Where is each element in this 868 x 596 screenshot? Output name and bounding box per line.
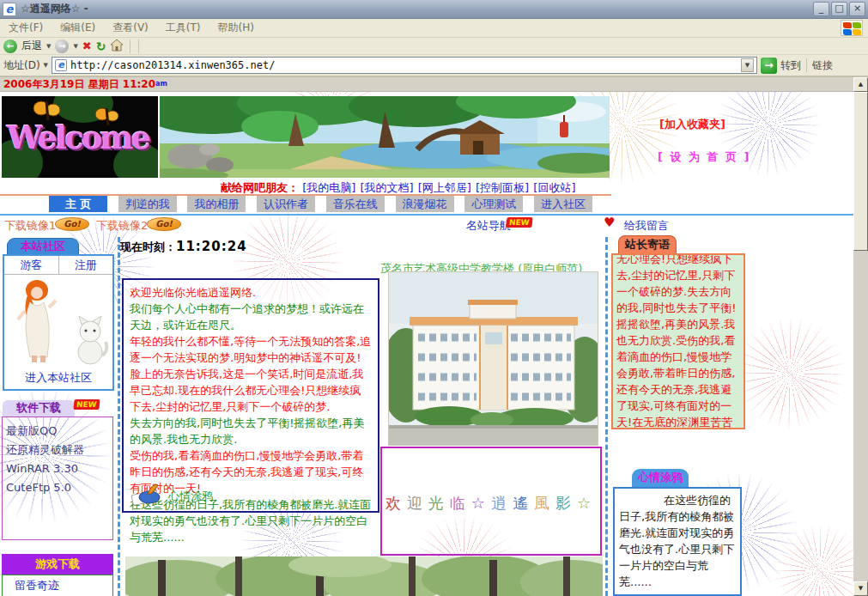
back-button-label[interactable]: 后退: [21, 39, 42, 53]
link-control-panel[interactable]: [控制面板]: [476, 181, 529, 194]
community-panel: 游客 注册 进入本站社区: [3, 254, 114, 391]
back-icon[interactable]: ←: [3, 40, 17, 53]
software-download-panel: 最新版QQ 还原精灵破解器 WinRAR 3.30 CuteFtp 5.0: [2, 417, 113, 540]
go-button-mirror1[interactable]: Go!: [55, 217, 89, 231]
main-text-line: 欢迎光临你光临逍遥网络.: [130, 284, 372, 301]
mood-text: 在这些彷徨的日子,我所有的棱角都被磨光.就连面对现实的勇气也没有了.心里只剩下一…: [619, 492, 736, 590]
refresh-icon[interactable]: ↻: [96, 40, 106, 53]
mood-graffiti-link[interactable]: 心情涂鸦: [168, 489, 213, 506]
mood-graffiti-panel: 在这些彷徨的日子,我所有的棱角都被磨光.就连面对现实的勇气也没有了.心里只剩下一…: [613, 487, 742, 596]
new-badge: NEW: [73, 399, 100, 410]
links-label[interactable]: 链接: [812, 58, 833, 73]
tab-home[interactable]: 主 页: [49, 196, 107, 212]
maximize-button[interactable]: □: [831, 2, 847, 16]
game-download-panel: 留香奇迹: [2, 575, 113, 596]
cat-image: [73, 316, 109, 366]
webmaster-message-text: 无心理会!只想继续疯下去,尘封的记忆里,只剩下一个破碎的梦.失去方向的我,同时也…: [616, 253, 740, 429]
window-title: ☆逍遥网络☆ -: [21, 2, 811, 16]
software-link-restore-genius[interactable]: 还原精灵破解器: [6, 441, 109, 459]
webmaster-panel-tab: 站长寄语: [618, 235, 677, 253]
butterfly-icon: [94, 106, 120, 127]
browser-viewport: 2006年3月19日 星期日 11:20am Welcome: [0, 77, 868, 596]
ampm-label: am: [155, 80, 167, 88]
tab-my-album[interactable]: 我的相册: [187, 196, 246, 212]
stop-icon[interactable]: ✖: [82, 40, 92, 52]
software-link-qq[interactable]: 最新版QQ: [6, 422, 109, 441]
tab-about-author[interactable]: 认识作者: [257, 196, 315, 212]
scroll-up-button[interactable]: ▲: [853, 77, 868, 92]
heart-icon: ♥: [604, 215, 615, 230]
welcome-banner: Welcome: [2, 96, 158, 178]
menu-tools[interactable]: 工具(T): [166, 21, 201, 35]
landscape-banner-image: [160, 96, 610, 178]
firework-decoration: [734, 318, 846, 429]
set-homepage-link[interactable]: [ 设 为 首 页 ]: [658, 149, 751, 165]
software-link-winrar[interactable]: WinRAR 3.30: [6, 459, 109, 478]
tab-music-online[interactable]: 音乐在线: [326, 196, 385, 212]
go-button-mirror2[interactable]: Go!: [147, 217, 181, 231]
link-recycle-bin[interactable]: [回收站]: [533, 181, 575, 194]
menu-edit[interactable]: 编辑(E): [60, 21, 95, 35]
main-text-line: 我们每个人心中都有一个追求的梦想！或许远在天边，或许近在咫尺。: [130, 301, 372, 333]
scrollbar-thumb[interactable]: [853, 92, 868, 251]
dashed-separator: [118, 237, 120, 596]
forward-icon[interactable]: →: [55, 40, 69, 53]
close-button[interactable]: ×: [849, 2, 865, 16]
url-dropdown-button[interactable]: ▼: [741, 58, 754, 72]
forward-dropdown-caret[interactable]: ▼: [73, 43, 77, 50]
register-link[interactable]: 注册: [59, 256, 113, 274]
anime-girl-image: [13, 278, 61, 364]
welcome-text: Welcome: [7, 119, 149, 156]
famous-sites-link[interactable]: 名站导航: [466, 218, 511, 234]
game-download-header: 游戏下载: [2, 554, 113, 575]
title-bar: e ☆逍遥网络☆ - _ □ ×: [0, 0, 868, 19]
download-mirror2-link[interactable]: 下载镜像2: [96, 218, 148, 234]
butterfly-icon: [33, 100, 62, 122]
link-my-documents[interactable]: [我的文档]: [360, 181, 413, 194]
dashed-separator: [605, 237, 608, 596]
date-bar: 2006年3月19日 星期日 11:20am: [0, 77, 853, 92]
menu-file[interactable]: 文件(F): [9, 21, 43, 35]
url-field[interactable]: e http://cason201314.xinwen365.net/ ▼: [52, 57, 757, 74]
go-label[interactable]: 转到: [780, 58, 801, 73]
community-panel-tab: 本站社区: [7, 238, 79, 254]
scroll-down-button[interactable]: ▼: [853, 581, 868, 596]
colorful-welcome-text: 欢迎光临☆逍遙風影☆: [382, 493, 600, 514]
mood-panel-tab: 心情涂鸦: [632, 469, 689, 487]
address-label: 地址(D): [3, 58, 40, 73]
guest-link[interactable]: 游客: [4, 256, 59, 274]
dedication-prefix: 献给网吧朋友：: [221, 181, 299, 194]
software-link-cuteftp[interactable]: CuteFtp 5.0: [6, 478, 109, 497]
software-panel-tab: 软件下载: [3, 400, 75, 417]
divider-line: [0, 214, 853, 216]
minimize-button[interactable]: _: [813, 2, 829, 16]
new-badge: NEW: [506, 217, 532, 228]
download-mirror1-link[interactable]: 下载镜像1: [4, 218, 56, 234]
address-bar: 地址(D) ▼ e http://cason201314.xinwen365.n…: [0, 55, 868, 77]
webmaster-message-panel: 无心理会!只想继续疯下去,尘封的记忆里,只剩下一个破碎的梦.失去方向的我,同时也…: [611, 253, 745, 429]
link-my-computer[interactable]: [我的电脑]: [302, 181, 355, 194]
home-icon[interactable]: [110, 39, 124, 54]
tab-rebellious-me[interactable]: 判逆的我: [118, 196, 177, 212]
link-network-neighborhood[interactable]: [网上邻居]: [418, 181, 471, 194]
menu-bar: 文件(F) 编辑(E) 查看(V) 工具(T) 帮助(H): [0, 19, 868, 38]
game-link[interactable]: 留香奇迹: [15, 578, 112, 593]
go-button[interactable]: →: [761, 58, 777, 74]
back-dropdown-caret[interactable]: ▼: [46, 43, 51, 50]
tab-romantic-fireworks[interactable]: 浪漫烟花: [396, 196, 454, 212]
url-text[interactable]: http://cason201314.xinwen365.net/: [70, 59, 275, 71]
enter-community-link[interactable]: 进入本站社区: [4, 370, 112, 386]
clock-time: 11:20:24: [176, 239, 247, 254]
add-favorite-link[interactable]: [加入收藏夹]: [659, 117, 725, 132]
tab-enter-forum[interactable]: 进入社区: [534, 196, 592, 212]
menu-help[interactable]: 帮助(H): [218, 21, 254, 35]
windows-flag-icon: [841, 20, 863, 36]
main-text-line: 年轻的我什么都不懂,等待一个无法预知的答案,追逐一个无法实现的梦.明知梦中的神话…: [130, 333, 372, 415]
vertical-scrollbar[interactable]: ▲ ▼: [853, 77, 868, 596]
leave-message-link[interactable]: 给我留言: [624, 218, 669, 234]
colorful-welcome-panel: 欢迎光临☆逍遙風影☆: [380, 447, 602, 556]
tab-psych-test[interactable]: 心理测试: [464, 196, 523, 212]
address-label-caret[interactable]: ▼: [44, 62, 48, 69]
inkpot-quill-icon: [131, 480, 161, 506]
menu-view[interactable]: 查看(V): [112, 21, 149, 35]
